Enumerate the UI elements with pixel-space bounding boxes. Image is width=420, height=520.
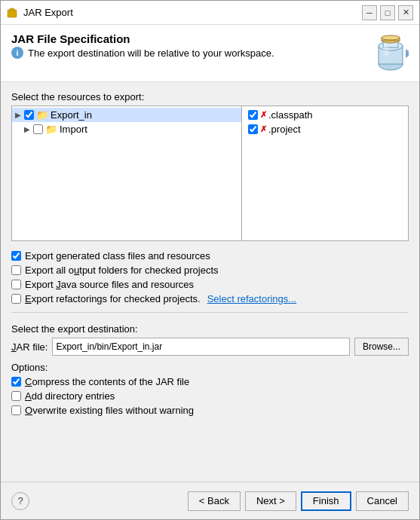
title-bar: JAR Export ─ □ ✕	[1, 1, 419, 25]
label-add-dir: Add directory entries	[25, 390, 115, 402]
finish-button[interactable]: Finish	[301, 491, 351, 511]
resources-section: Select the resources to export: ▶ 📁 Expo…	[11, 91, 409, 241]
jar-file-row: JAR file: Browse...	[11, 338, 409, 356]
right-pane: ✗ .classpath ✗ .project	[242, 106, 408, 240]
tree-pane[interactable]: ▶ 📁 Export_in ▶ 📁 Import	[12, 106, 242, 240]
back-button[interactable]: < Back	[188, 491, 241, 511]
project-x-icon: ✗	[260, 124, 267, 134]
label-overwrite: Overwrite existing files without warning	[25, 405, 194, 416]
tree-arrow-import: ▶	[24, 125, 33, 133]
folder-icon-export-in: 📁	[36, 109, 48, 121]
dest-section-label: Select the export destination:	[11, 323, 409, 335]
minimize-button[interactable]: ─	[362, 5, 377, 20]
main-content: Select the resources to export: ▶ 📁 Expo…	[1, 82, 419, 482]
right-item-project[interactable]: ✗ .project	[245, 122, 405, 136]
classpath-x-icon: ✗	[260, 110, 267, 120]
checkbox-source-files[interactable]	[11, 280, 21, 289]
svg-rect-1	[10, 8, 14, 11]
label-source-files: Export Java source files and resources	[25, 279, 194, 290]
tree-label-import: Import	[60, 124, 87, 135]
underline-export: E	[25, 293, 32, 304]
svg-point-8	[382, 35, 400, 40]
checkbox-output-folders[interactable]	[11, 265, 21, 275]
underline-u: u	[74, 265, 79, 276]
footer-left: ?	[11, 492, 29, 510]
label-generated-class: Export generated class files and resourc…	[25, 250, 210, 262]
select-refactorings-link[interactable]: Select refactorings...	[207, 293, 297, 304]
option-compress[interactable]: Compress the contents of the JAR file	[11, 376, 409, 387]
tree-checkbox-export-in[interactable]	[24, 110, 34, 120]
info-icon: i	[11, 47, 23, 59]
close-button[interactable]: ✕	[398, 5, 413, 20]
checkbox-overwrite[interactable]	[11, 405, 21, 415]
window-icon	[7, 7, 19, 19]
window-controls: ─ □ ✕	[362, 5, 413, 20]
window-title: JAR Export	[23, 7, 362, 18]
right-item-classpath[interactable]: ✗ .classpath	[245, 108, 405, 122]
next-button[interactable]: Next >	[245, 491, 296, 511]
maximize-button[interactable]: □	[380, 5, 395, 20]
checkbox-add-dir[interactable]	[11, 391, 21, 401]
jar-illustration	[372, 32, 409, 74]
footer: ? < Back Next > Finish Cancel	[1, 482, 419, 519]
svg-rect-0	[8, 10, 17, 17]
label-output-folders: Export all output folders for checked pr…	[25, 265, 219, 276]
options-section: Options: Compress the contents of the JA…	[11, 362, 409, 416]
option-overwrite[interactable]: Overwrite existing files without warning	[11, 405, 409, 416]
project-label: .project	[268, 124, 301, 135]
cancel-button[interactable]: Cancel	[356, 491, 409, 511]
folder-icon-import: 📁	[45, 124, 57, 135]
options-label: Options:	[11, 362, 409, 373]
checkbox-refactorings[interactable]	[11, 294, 21, 304]
option-add-dir[interactable]: Add directory entries	[11, 390, 409, 402]
tree-item-import[interactable]: ▶ 📁 Import	[12, 122, 241, 136]
destination-section: Select the export destination: JAR file:…	[11, 323, 409, 356]
checkbox-generated-class[interactable]	[11, 251, 21, 261]
checkbox-project[interactable]	[248, 124, 258, 134]
svg-marker-10	[406, 49, 409, 58]
jar-file-input[interactable]	[52, 338, 350, 356]
underline-java: J	[56, 279, 61, 290]
browse-button[interactable]: Browse...	[354, 338, 409, 356]
resources-label: Select the resources to export:	[11, 91, 409, 102]
page-title: JAR File Specification	[11, 32, 366, 45]
export-options-section: Export generated class files and resourc…	[11, 250, 409, 304]
option-output-folders[interactable]: Export all output folders for checked pr…	[11, 265, 409, 276]
tree-arrow-export-in: ▶	[15, 111, 24, 119]
label-refactorings: Export refactorings for checked projects…	[25, 293, 201, 304]
checkbox-compress[interactable]	[11, 377, 21, 387]
tree-checkbox-import[interactable]	[33, 124, 43, 134]
jar-file-label: JAR file:	[11, 341, 48, 353]
main-window: JAR Export ─ □ ✕ JAR File Specification …	[0, 0, 420, 520]
help-button[interactable]: ?	[11, 492, 29, 510]
separator-1	[11, 312, 409, 313]
options-checkboxes: Compress the contents of the JAR file Ad…	[11, 376, 409, 416]
tree-item-export-in[interactable]: ▶ 📁 Export_in	[12, 108, 241, 122]
checkbox-classpath[interactable]	[248, 110, 258, 120]
label-compress: Compress the contents of the JAR file	[25, 376, 189, 387]
info-row: i The export destination will be relativ…	[11, 47, 366, 59]
tree-label-export-in: Export_in	[51, 109, 92, 121]
resources-panel: ▶ 📁 Export_in ▶ 📁 Import	[11, 106, 409, 241]
option-generated-class[interactable]: Export generated class files and resourc…	[11, 250, 409, 262]
header-section: JAR File Specification i The export dest…	[1, 25, 419, 82]
option-refactorings[interactable]: Export refactorings for checked projects…	[11, 293, 409, 304]
option-source-files[interactable]: Export Java source files and resources	[11, 279, 409, 290]
footer-right: < Back Next > Finish Cancel	[188, 491, 409, 511]
classpath-label: .classpath	[268, 109, 313, 121]
info-text: The export destination will be relative …	[28, 47, 274, 59]
